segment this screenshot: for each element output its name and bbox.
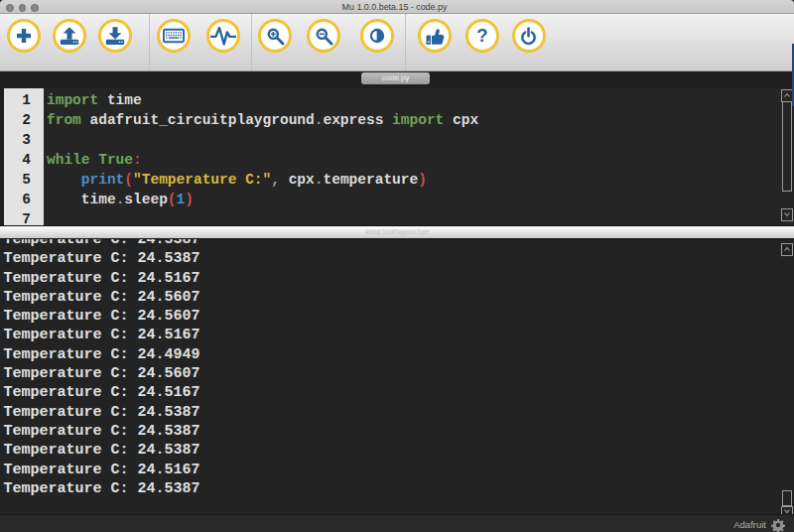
svg-text:?: ? (476, 25, 487, 46)
